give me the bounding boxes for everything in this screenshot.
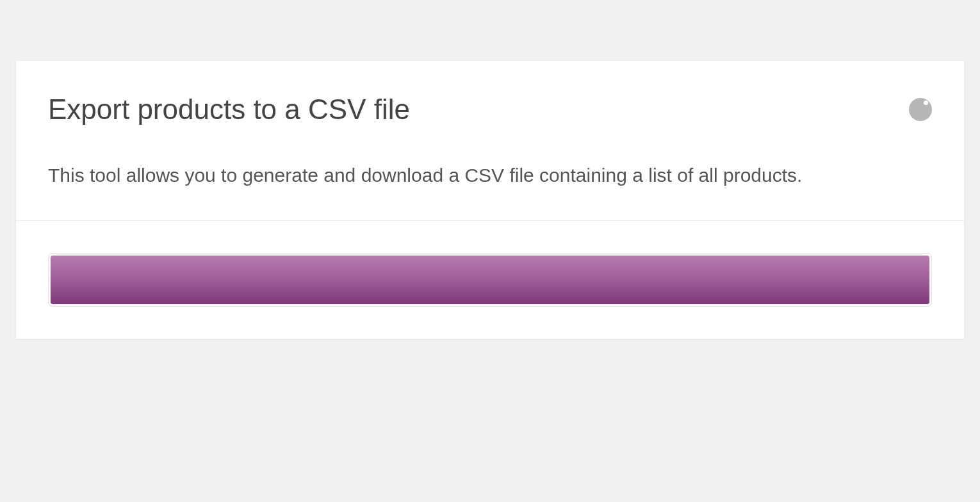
- card-body: [16, 221, 964, 339]
- title-row: Export products to a CSV file: [48, 93, 932, 127]
- export-card: Export products to a CSV file This tool …: [16, 61, 964, 339]
- page-title: Export products to a CSV file: [48, 93, 410, 127]
- progress-bar-track: [48, 253, 932, 307]
- spinner-icon: [909, 98, 932, 121]
- progress-bar-fill: [51, 255, 929, 304]
- export-description: This tool allows you to generate and dow…: [48, 159, 932, 191]
- card-header: Export products to a CSV file This tool …: [16, 61, 964, 221]
